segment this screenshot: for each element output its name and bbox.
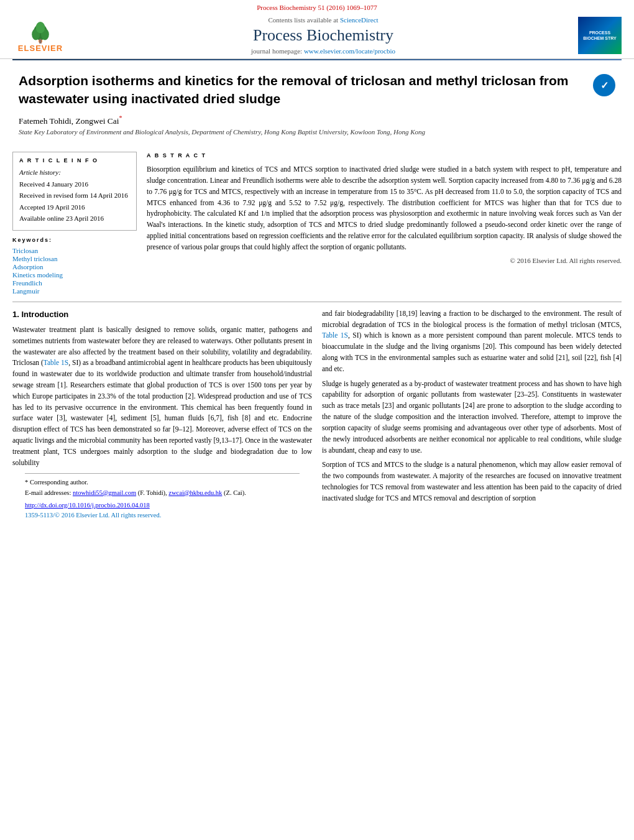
intro-para2: and fair biodegradability [18,19] leavin…	[322, 308, 622, 375]
journal-header-center: Contents lists available at ScienceDirec…	[68, 16, 578, 55]
doi-link[interactable]: http://dx.doi.org/10.1016/j.procbio.2016…	[25, 502, 150, 509]
article-info-column: A R T I C L E I N F O Article history: R…	[12, 152, 137, 295]
journal-homepage-line: journal homepage: www.elsevier.com/locat…	[68, 47, 578, 55]
contents-available-line: Contents lists available at ScienceDirec…	[68, 16, 578, 24]
footnote-section: * Corresponding author. E-mail addresses…	[25, 473, 300, 498]
issn-line: 1359-5113/© 2016 Elsevier Ltd. All right…	[25, 512, 161, 519]
body-section: 1. Introduction Wastewater treatment pla…	[0, 308, 634, 526]
article-affiliation: State Key Laboratory of Environment and …	[19, 128, 587, 136]
doi-section: http://dx.doi.org/10.1016/j.procbio.2016…	[12, 498, 312, 526]
elsevier-tree-icon	[22, 22, 59, 44]
crossmark-badge: ✓	[593, 74, 615, 96]
journal-logo: PROCESS BIOCHEM STRY	[578, 17, 622, 54]
journal-header: ELSEVIER Contents lists available at Sci…	[0, 12, 634, 59]
svg-point-4	[36, 22, 45, 33]
table1s-link[interactable]: Table 1S	[44, 359, 68, 366]
elsevier-logo: ELSEVIER	[12, 19, 68, 53]
journal-citation: Process Biochemistry 51 (2016) 1069–1077	[0, 0, 634, 12]
sciencedirect-link[interactable]: ScienceDirect	[340, 16, 379, 24]
article-info-box: A R T I C L E I N F O Article history: R…	[12, 152, 137, 231]
keyword-langmuir: Langmuir	[12, 287, 137, 295]
email-line: E-mail addresses: ntowhidi55@gmail.com (…	[25, 488, 300, 498]
accepted-date: Accepted 19 April 2016	[19, 202, 130, 213]
intro-body-left: Wastewater treatment plant is basically …	[12, 325, 312, 469]
keyword-triclosan: Triclosan	[12, 247, 137, 254]
email-link-2[interactable]: zwcai@hkbu.edu.hk	[168, 489, 222, 496]
journal-homepage-link[interactable]: www.elsevier.com/locate/procbio	[304, 47, 395, 55]
keywords-box: Keywords: Triclosan Methyl triclosan Ads…	[12, 237, 137, 295]
crossmark-icon: ✓	[593, 74, 615, 96]
keyword-adsorption: Adsorption	[12, 263, 137, 270]
body-left-column: 1. Introduction Wastewater treatment pla…	[12, 308, 312, 526]
journal-logo-text: PROCESS BIOCHEM STRY	[581, 30, 619, 41]
keyword-freundlich: Freundlich	[12, 279, 137, 287]
article-authors: Fatemeh Tohidi, Zongwei Cai*	[19, 114, 587, 126]
keywords-label: Keywords:	[12, 237, 137, 243]
keyword-kinetics: Kinetics modeling	[12, 271, 137, 279]
article-info-abstract-section: A R T I C L E I N F O Article history: R…	[0, 152, 634, 295]
abstract-column: A B S T R A C T Biosorption equilibrium …	[147, 152, 622, 295]
corresponding-author-note: * Corresponding author.	[25, 478, 300, 487]
available-online-date: Available online 23 April 2016	[19, 213, 130, 224]
article-info-section-label: A R T I C L E I N F O	[19, 157, 130, 164]
copyright-line: © 2016 Elsevier Ltd. All rights reserved…	[147, 256, 622, 266]
elsevier-wordmark: ELSEVIER	[18, 44, 63, 53]
email-link-1[interactable]: ntowhidi55@gmail.com	[73, 489, 136, 496]
section-divider	[12, 302, 622, 302]
article-title: Adsorption isotherms and kinetics for th…	[19, 72, 587, 108]
keyword-methyl-triclosan: Methyl triclosan	[12, 255, 137, 262]
received-revised-date: Received in revised form 14 April 2016	[19, 190, 130, 201]
journal-title: Process Biochemistry	[68, 26, 578, 45]
article-title-block: Adsorption isotherms and kinetics for th…	[19, 72, 587, 141]
table1s-link-right[interactable]: Table 1S	[322, 331, 348, 339]
history-label: Article history:	[19, 167, 130, 178]
intro-para1: Wastewater treatment plant is basically …	[12, 325, 312, 469]
body-right-column: and fair biodegradability [18,19] leavin…	[322, 308, 622, 526]
svg-rect-5	[39, 39, 42, 43]
intro-body-right: and fair biodegradability [18,19] leavin…	[322, 308, 622, 504]
intro-para3: Sludge is hugely generated as a by-produ…	[322, 379, 622, 456]
article-header: Adsorption isotherms and kinetics for th…	[0, 60, 634, 147]
abstract-section-label: A B S T R A C T	[147, 152, 622, 160]
received-date: Received 4 January 2016	[19, 179, 130, 190]
intro-para4: Sorption of TCS and MTCS to the sludge i…	[322, 459, 622, 504]
abstract-text: Biosorption equilibrium and kinetics of …	[147, 164, 622, 253]
intro-heading: 1. Introduction	[12, 308, 312, 321]
